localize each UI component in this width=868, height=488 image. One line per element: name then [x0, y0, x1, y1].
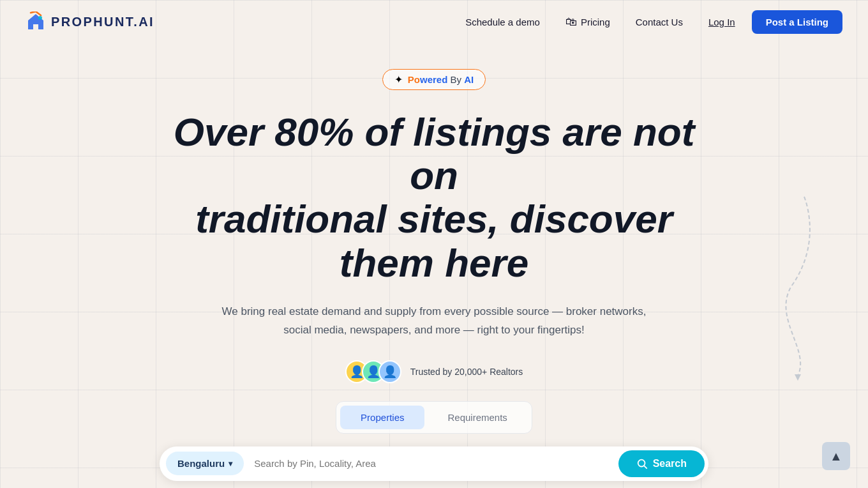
- navbar: PROPHUNT.ai Schedule a demo 🛍 Pricing Co…: [0, 0, 868, 43]
- powered-badge: ✦ Powered By AI: [382, 69, 486, 90]
- hero-subtext: We bring real estate demand and supply f…: [217, 303, 651, 340]
- logo[interactable]: PROPHUNT.ai: [26, 11, 154, 32]
- search-button[interactable]: Search: [618, 450, 705, 477]
- logo-icon: [26, 11, 46, 32]
- chevron-down-icon: ▾: [228, 459, 232, 468]
- scroll-to-top-button[interactable]: ▲: [822, 442, 850, 470]
- heading-line2: traditional sites, discover them here: [195, 197, 673, 284]
- avatar-3: 👤: [378, 360, 401, 383]
- post-listing-button[interactable]: Post a Listing: [752, 10, 842, 34]
- avatars: 👤 👤 👤: [345, 360, 401, 383]
- contact-us-link[interactable]: Contact Us: [627, 11, 692, 33]
- trusted-text: Trusted by 20,000+ Realtors: [410, 367, 523, 377]
- powered-text: Powered By AI: [408, 74, 474, 85]
- hero-section: ✦ Powered By AI Over 80% of listings are…: [0, 43, 868, 481]
- search-label: Search: [653, 458, 687, 469]
- svg-point-0: [38, 16, 42, 20]
- tabs-container: Properties Requirements: [336, 401, 532, 434]
- hero-heading: Over 80% of listings are not on traditio…: [147, 111, 721, 285]
- search-icon: [636, 458, 648, 469]
- search-bar: Bengaluru ▾ Search: [160, 446, 708, 481]
- heading-line1: Over 80% of listings are not on: [174, 110, 695, 197]
- tab-requirements[interactable]: Requirements: [427, 406, 527, 429]
- location-label: Bengaluru: [177, 458, 225, 469]
- scroll-top-icon: ▲: [830, 449, 842, 464]
- sparkle-icon: ✦: [394, 73, 403, 86]
- svg-line-3: [644, 466, 647, 468]
- schedule-demo-link[interactable]: Schedule a demo: [456, 11, 549, 33]
- login-link[interactable]: Log In: [700, 11, 744, 33]
- search-input[interactable]: [249, 458, 613, 469]
- pricing-icon: 🛍: [565, 15, 577, 29]
- nav-links: Schedule a demo 🛍 Pricing Contact Us Log…: [456, 10, 842, 34]
- pricing-link[interactable]: 🛍 Pricing: [557, 10, 619, 34]
- tab-properties[interactable]: Properties: [340, 406, 424, 429]
- svg-marker-1: [795, 374, 801, 381]
- location-select[interactable]: Bengaluru ▾: [166, 452, 244, 475]
- trusted-row: 👤 👤 👤 Trusted by 20,000+ Realtors: [345, 360, 523, 383]
- deco-curve: [753, 184, 817, 388]
- logo-text: PROPHUNT.ai: [51, 15, 154, 29]
